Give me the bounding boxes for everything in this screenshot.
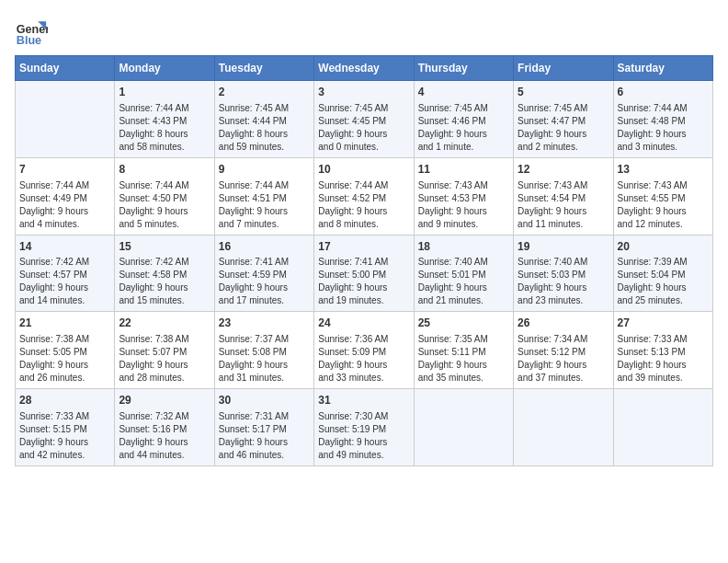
calendar-cell: 2Sunrise: 7:45 AM Sunset: 4:44 PM Daylig… [214, 81, 313, 158]
weekday-header: Thursday [414, 56, 513, 81]
day-info: Sunrise: 7:31 AM Sunset: 5:17 PM Dayligh… [219, 410, 310, 462]
calendar-cell: 24Sunrise: 7:36 AM Sunset: 5:09 PM Dayli… [314, 312, 414, 389]
weekday-header: Wednesday [314, 56, 414, 81]
day-info: Sunrise: 7:37 AM Sunset: 5:08 PM Dayligh… [219, 333, 310, 385]
day-info: Sunrise: 7:43 AM Sunset: 4:53 PM Dayligh… [418, 179, 509, 231]
day-number: 18 [418, 239, 509, 255]
day-number: 16 [219, 239, 310, 255]
calendar-cell: 28Sunrise: 7:33 AM Sunset: 5:15 PM Dayli… [16, 389, 115, 466]
calendar-header-row: SundayMondayTuesdayWednesdayThursdayFrid… [16, 56, 713, 81]
calendar-cell: 17Sunrise: 7:41 AM Sunset: 5:00 PM Dayli… [314, 235, 414, 312]
calendar-cell: 16Sunrise: 7:41 AM Sunset: 4:59 PM Dayli… [214, 235, 313, 312]
day-info: Sunrise: 7:41 AM Sunset: 5:00 PM Dayligh… [318, 256, 409, 307]
day-number: 1 [119, 85, 210, 100]
day-number: 30 [219, 393, 310, 408]
day-number: 26 [518, 316, 609, 331]
calendar-cell: 25Sunrise: 7:35 AM Sunset: 5:11 PM Dayli… [414, 312, 513, 389]
day-info: Sunrise: 7:40 AM Sunset: 5:01 PM Dayligh… [418, 256, 509, 307]
calendar-cell: 26Sunrise: 7:34 AM Sunset: 5:12 PM Dayli… [514, 312, 613, 389]
day-info: Sunrise: 7:34 AM Sunset: 5:12 PM Dayligh… [518, 333, 609, 385]
weekday-header: Monday [115, 56, 214, 81]
weekday-header: Tuesday [214, 56, 313, 81]
day-number: 21 [19, 316, 110, 331]
day-number: 20 [618, 239, 709, 255]
day-info: Sunrise: 7:45 AM Sunset: 4:47 PM Dayligh… [518, 102, 609, 154]
day-info: Sunrise: 7:44 AM Sunset: 4:51 PM Dayligh… [219, 179, 310, 231]
day-number: 8 [119, 162, 210, 178]
calendar-cell: 29Sunrise: 7:32 AM Sunset: 5:16 PM Dayli… [115, 389, 214, 466]
calendar-row: 28Sunrise: 7:33 AM Sunset: 5:15 PM Dayli… [16, 389, 713, 466]
day-info: Sunrise: 7:38 AM Sunset: 5:07 PM Dayligh… [119, 333, 210, 385]
calendar-cell: 4Sunrise: 7:45 AM Sunset: 4:46 PM Daylig… [414, 81, 513, 158]
logo: General Blue [15, 15, 48, 48]
day-number: 19 [518, 239, 609, 255]
day-number: 23 [219, 316, 310, 331]
day-info: Sunrise: 7:40 AM Sunset: 5:03 PM Dayligh… [518, 256, 609, 307]
calendar-cell [613, 389, 712, 466]
calendar-cell [414, 389, 513, 466]
calendar-cell: 19Sunrise: 7:40 AM Sunset: 5:03 PM Dayli… [514, 235, 613, 312]
svg-text:Blue: Blue [17, 34, 41, 47]
day-number: 13 [618, 162, 709, 178]
weekday-header: Saturday [613, 56, 712, 81]
day-info: Sunrise: 7:44 AM Sunset: 4:48 PM Dayligh… [618, 102, 709, 154]
day-number: 31 [318, 393, 409, 408]
page-header: General Blue [15, 15, 713, 48]
day-number: 3 [318, 85, 409, 100]
day-number: 17 [318, 239, 409, 255]
day-number: 7 [19, 162, 110, 178]
calendar-cell: 1Sunrise: 7:44 AM Sunset: 4:43 PM Daylig… [115, 81, 214, 158]
calendar-cell: 9Sunrise: 7:44 AM Sunset: 4:51 PM Daylig… [214, 157, 313, 235]
logo-icon: General Blue [15, 15, 48, 48]
day-number: 4 [418, 85, 509, 100]
weekday-header: Friday [514, 56, 613, 81]
day-number: 2 [219, 85, 310, 100]
day-info: Sunrise: 7:32 AM Sunset: 5:16 PM Dayligh… [119, 410, 210, 462]
calendar-cell: 23Sunrise: 7:37 AM Sunset: 5:08 PM Dayli… [214, 312, 313, 389]
calendar-cell: 22Sunrise: 7:38 AM Sunset: 5:07 PM Dayli… [115, 312, 214, 389]
day-number: 29 [119, 393, 210, 408]
day-number: 10 [318, 162, 409, 178]
calendar-cell: 5Sunrise: 7:45 AM Sunset: 4:47 PM Daylig… [514, 81, 613, 158]
day-info: Sunrise: 7:44 AM Sunset: 4:49 PM Dayligh… [19, 179, 110, 231]
calendar-cell: 31Sunrise: 7:30 AM Sunset: 5:19 PM Dayli… [314, 389, 414, 466]
day-info: Sunrise: 7:45 AM Sunset: 4:44 PM Dayligh… [219, 102, 310, 154]
calendar-cell: 11Sunrise: 7:43 AM Sunset: 4:53 PM Dayli… [414, 157, 513, 235]
day-number: 24 [318, 316, 409, 331]
calendar-cell: 12Sunrise: 7:43 AM Sunset: 4:54 PM Dayli… [514, 157, 613, 235]
calendar-row: 1Sunrise: 7:44 AM Sunset: 4:43 PM Daylig… [16, 81, 713, 158]
day-number: 27 [618, 316, 709, 331]
day-info: Sunrise: 7:33 AM Sunset: 5:15 PM Dayligh… [19, 410, 110, 462]
calendar-cell: 18Sunrise: 7:40 AM Sunset: 5:01 PM Dayli… [414, 235, 513, 312]
day-number: 9 [219, 162, 310, 178]
calendar-cell [16, 81, 115, 158]
calendar-row: 14Sunrise: 7:42 AM Sunset: 4:57 PM Dayli… [16, 235, 713, 312]
day-number: 11 [418, 162, 509, 178]
day-number: 15 [119, 239, 210, 255]
day-info: Sunrise: 7:45 AM Sunset: 4:46 PM Dayligh… [418, 102, 509, 154]
calendar-cell: 14Sunrise: 7:42 AM Sunset: 4:57 PM Dayli… [16, 235, 115, 312]
calendar-cell: 6Sunrise: 7:44 AM Sunset: 4:48 PM Daylig… [613, 81, 712, 158]
calendar-cell: 10Sunrise: 7:44 AM Sunset: 4:52 PM Dayli… [314, 157, 414, 235]
day-info: Sunrise: 7:39 AM Sunset: 5:04 PM Dayligh… [618, 256, 709, 307]
day-number: 25 [418, 316, 509, 331]
calendar-row: 21Sunrise: 7:38 AM Sunset: 5:05 PM Dayli… [16, 312, 713, 389]
day-info: Sunrise: 7:35 AM Sunset: 5:11 PM Dayligh… [418, 333, 509, 385]
day-info: Sunrise: 7:45 AM Sunset: 4:45 PM Dayligh… [318, 102, 409, 154]
day-number: 12 [518, 162, 609, 178]
day-number: 14 [19, 239, 110, 255]
day-info: Sunrise: 7:44 AM Sunset: 4:50 PM Dayligh… [119, 179, 210, 231]
day-info: Sunrise: 7:33 AM Sunset: 5:13 PM Dayligh… [618, 333, 709, 385]
calendar-row: 7Sunrise: 7:44 AM Sunset: 4:49 PM Daylig… [16, 157, 713, 235]
calendar-cell: 20Sunrise: 7:39 AM Sunset: 5:04 PM Dayli… [613, 235, 712, 312]
day-number: 6 [618, 85, 709, 100]
day-number: 22 [119, 316, 210, 331]
day-info: Sunrise: 7:42 AM Sunset: 4:57 PM Dayligh… [19, 256, 110, 307]
day-number: 28 [19, 393, 110, 408]
day-info: Sunrise: 7:41 AM Sunset: 4:59 PM Dayligh… [219, 256, 310, 307]
calendar-cell: 7Sunrise: 7:44 AM Sunset: 4:49 PM Daylig… [16, 157, 115, 235]
day-info: Sunrise: 7:44 AM Sunset: 4:52 PM Dayligh… [318, 179, 409, 231]
calendar-cell: 30Sunrise: 7:31 AM Sunset: 5:17 PM Dayli… [214, 389, 313, 466]
day-info: Sunrise: 7:43 AM Sunset: 4:54 PM Dayligh… [518, 179, 609, 231]
calendar-cell: 3Sunrise: 7:45 AM Sunset: 4:45 PM Daylig… [314, 81, 414, 158]
